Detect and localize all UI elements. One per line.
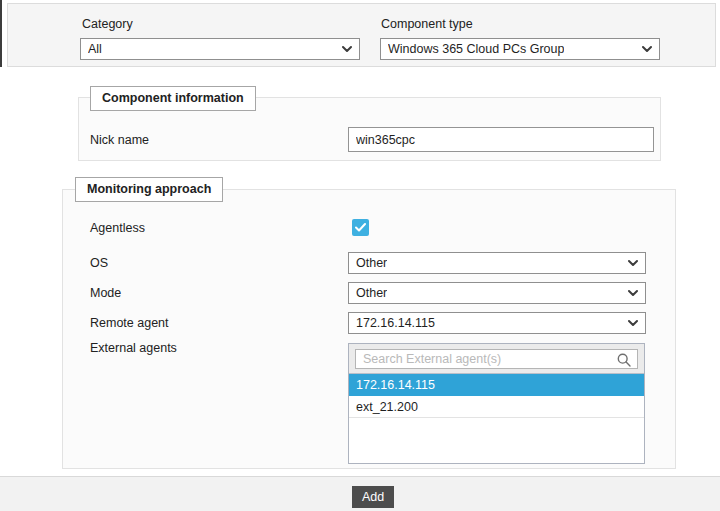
window-edge [0, 0, 2, 67]
chevron-down-icon [628, 259, 638, 267]
category-select-value: All [88, 42, 102, 56]
chevron-down-icon [342, 45, 352, 53]
external-agent-option[interactable]: ext_21.200 [349, 396, 644, 418]
category-label: Category [82, 17, 133, 31]
remote-agent-select-value: 172.16.14.115 [356, 316, 435, 330]
os-label: OS [90, 256, 108, 270]
mode-select[interactable]: Other [348, 282, 646, 304]
external-agents-search-bar [349, 344, 644, 374]
filter-panel: Category All Component type Windows 365 … [7, 3, 716, 67]
remote-agent-label: Remote agent [90, 316, 169, 330]
agentless-label: Agentless [90, 221, 145, 235]
category-select[interactable]: All [80, 38, 360, 60]
os-select-value: Other [356, 256, 387, 270]
component-type-label: Component type [381, 17, 473, 31]
add-button[interactable]: Add [352, 486, 394, 508]
nick-name-label: Nick name [90, 133, 149, 147]
agentless-checkbox[interactable] [352, 219, 369, 236]
external-agents-search-input[interactable] [355, 349, 638, 369]
os-select[interactable]: Other [348, 252, 646, 274]
component-type-select-value: Windows 365 Cloud PCs Group [388, 42, 564, 56]
footer-bar: Add [0, 476, 720, 511]
nick-name-input[interactable] [348, 127, 654, 152]
remote-agent-select[interactable]: 172.16.14.115 [348, 312, 646, 334]
external-agents-label: External agents [90, 341, 177, 355]
check-icon [355, 223, 366, 232]
component-information-legend: Component information [90, 86, 256, 111]
mode-label: Mode [90, 286, 121, 300]
chevron-down-icon [642, 45, 652, 53]
chevron-down-icon [628, 319, 638, 327]
mode-select-value: Other [356, 286, 387, 300]
component-type-select[interactable]: Windows 365 Cloud PCs Group [380, 38, 660, 60]
external-agent-option[interactable]: 172.16.14.115 [349, 374, 644, 396]
chevron-down-icon [628, 289, 638, 297]
external-agents-picker: 172.16.14.115 ext_21.200 [348, 343, 645, 464]
external-agents-list: 172.16.14.115 ext_21.200 [349, 374, 644, 418]
monitoring-approach-legend: Monitoring approach [75, 177, 223, 202]
add-component-form: Category All Component type Windows 365 … [0, 0, 720, 511]
